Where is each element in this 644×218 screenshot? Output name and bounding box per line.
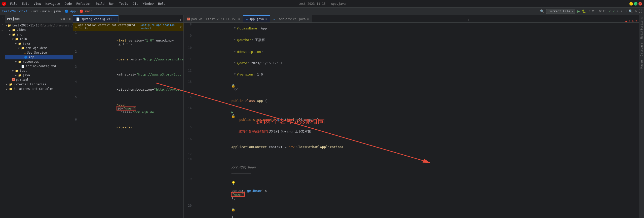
close-button[interactable]: × xyxy=(638,2,642,6)
menu-bar[interactable]: File Edit View Navigate Code Refactor Bu… xyxy=(8,2,167,6)
tab-userservice-java[interactable]: ☕ UserService.java × xyxy=(270,15,312,22)
tree-item-userservice[interactable]: ▶ ☕ UserService xyxy=(5,50,73,55)
tree-item-resources[interactable]: ▼ 📁 resources xyxy=(5,59,73,64)
menu-run[interactable]: Run xyxy=(107,2,117,6)
breadcrumb-project[interactable]: test-2023-11-15 xyxy=(2,10,29,13)
warning-settings-icon[interactable]: ⚙ xyxy=(180,25,181,28)
java-line-10: 10 * @description: xyxy=(184,46,639,57)
error-count: ▲ 7 ∧ ∨ xyxy=(625,19,639,22)
app-java-close-button[interactable]: × xyxy=(266,18,267,20)
menu-tools[interactable]: Tools xyxy=(117,2,130,6)
sidebar-header: Project ⊕ ≡ ≣ ⚙ xyxy=(5,15,73,23)
java-line-17: 17 xyxy=(184,153,639,158)
right-tab-overflow-button[interactable]: ⋮ xyxy=(466,19,472,22)
tree-item-app[interactable]: ▶ 🔵 App xyxy=(5,55,73,59)
tree-label-project: test-2023-11-15 xyxy=(12,24,39,27)
left-tab-bar: 📄 spring-config.xml × ⋮ xyxy=(73,15,184,23)
breadcrumb-src[interactable]: src xyxy=(33,10,39,13)
tree-item-external-libs[interactable]: ▶ 📁 External Libraries xyxy=(5,82,73,87)
menu-edit[interactable]: Edit xyxy=(20,2,31,6)
title-bar-right: — □ × xyxy=(629,2,642,6)
sidebar-settings-icon[interactable]: ⚙ xyxy=(69,17,71,21)
tree-item-spring-config[interactable]: ▶ 📄 spring-config.xml xyxy=(5,64,73,68)
tree-label-test: test xyxy=(20,69,27,72)
menu-view[interactable]: View xyxy=(32,2,43,6)
tree-label-pom: pom.xml xyxy=(16,78,29,82)
tree-item-pom[interactable]: ▶ 🅼 pom.xml xyxy=(5,78,73,82)
sidebar-title: Project xyxy=(7,17,59,21)
git-revert-icon[interactable]: ↺ xyxy=(625,9,627,13)
breadcrumb-java[interactable]: java xyxy=(54,10,61,13)
vertical-tabs: Notifications Database Maven xyxy=(639,15,644,218)
tree-item-idea[interactable]: ▶ 📁 .idea xyxy=(5,28,73,32)
sidebar-locate-icon[interactable]: ⊕ xyxy=(60,17,62,21)
global-search-icon[interactable]: 🔍 xyxy=(629,9,633,13)
toolbar-icon-1[interactable]: ⚡ xyxy=(588,9,590,13)
tree-label-spring-config: spring-config.xml xyxy=(26,64,57,68)
tab-pom[interactable]: 🅼 pom.xml (test-2023-11-15) × xyxy=(184,15,243,22)
java-line-9: 9 * @author: 王嘉辉 xyxy=(184,34,639,46)
menu-refactor[interactable]: Refactor xyxy=(74,2,93,6)
userservice-tab-icon: ☕ xyxy=(273,17,275,21)
git-arrow-up-icon[interactable]: ↑ xyxy=(617,9,619,13)
spring-config-close-button[interactable]: × xyxy=(114,18,115,20)
git-arrow-down-icon[interactable]: ↓ xyxy=(621,9,623,13)
tab-spring-config[interactable]: 📄 spring-config.xml × xyxy=(73,15,119,22)
breadcrumb-main-method[interactable]: 🔴 main xyxy=(80,10,92,13)
sidebar-filter-icon[interactable]: ≣ xyxy=(66,17,68,21)
tree-item-scratches[interactable]: ▶ 📁 Scratches and Consoles xyxy=(5,87,73,91)
tree-item-test[interactable]: ▼ 📁 test xyxy=(5,68,73,73)
toolbar-icon-2[interactable]: ⟳ xyxy=(592,9,595,13)
userservice-close-button[interactable]: × xyxy=(307,18,309,20)
run-button[interactable]: ▶ xyxy=(577,9,580,14)
breadcrumb-main[interactable]: main xyxy=(43,10,50,13)
breadcrumb-app[interactable]: 🔵 App xyxy=(65,10,76,13)
expand-icon[interactable]: ⛶ xyxy=(639,9,642,13)
current-file-dropdown[interactable]: Current File ▾ xyxy=(546,9,575,14)
tree-item-package[interactable]: ▼ 📁 com.wjh.demo xyxy=(5,46,73,50)
menu-build[interactable]: Build xyxy=(93,2,106,6)
git-label: Git: xyxy=(599,9,607,13)
menu-code[interactable]: Code xyxy=(63,2,74,6)
commit-icon[interactable]: ↑ xyxy=(1,22,5,26)
right-tabs: 🅼 pom.xml (test-2023-11-15) × ☕ App.java… xyxy=(184,15,639,23)
tree-item-src[interactable]: ▼ 📁 src xyxy=(5,32,73,37)
tree-label-external-libs: External Libraries xyxy=(14,83,46,86)
maximize-button[interactable]: □ xyxy=(634,2,637,6)
menu-window[interactable]: Window xyxy=(141,2,156,6)
spring-config-tab-label: spring-config.xml xyxy=(81,17,112,21)
sidebar-collapse-icon[interactable]: ≡ xyxy=(63,17,65,21)
settings-icon[interactable]: ⚙ xyxy=(635,9,637,13)
java-line-16: 16 ApplicationContext context = new Clas… xyxy=(184,137,639,153)
tree-item-java-dir[interactable]: ▼ 📁 java xyxy=(5,41,73,46)
menu-navigate[interactable]: Navigate xyxy=(44,2,62,6)
window-title: test-2023-11-15 - App.java xyxy=(298,2,346,6)
pom-close-button[interactable]: × xyxy=(238,18,240,20)
java-line-13: 13 🔒 */ xyxy=(184,80,639,95)
tab-overflow-button[interactable]: ⋮ xyxy=(177,19,183,22)
java-editor: 8 * @className: App 9 * @author: 王嘉辉 xyxy=(184,23,639,218)
debug-button[interactable]: 🐛 xyxy=(582,9,586,13)
menu-git[interactable]: Git xyxy=(131,2,140,6)
tab-notifications[interactable]: Notifications xyxy=(639,15,644,41)
toolbar-separator xyxy=(597,9,597,13)
java-line-13b: 13 public class App { xyxy=(184,95,639,106)
configure-link[interactable]: Configure application context xyxy=(140,23,178,30)
tree-item-project[interactable]: ▼ 📁 test-2023-11-15 E:\study\Gitee\test_… xyxy=(5,23,73,28)
menu-help[interactable]: Help xyxy=(156,2,167,6)
search-icon[interactable]: 🔍 xyxy=(540,9,544,13)
tree-label-idea: .idea xyxy=(17,28,26,32)
menu-file[interactable]: File xyxy=(8,2,19,6)
project-icon[interactable]: P xyxy=(1,16,5,20)
tab-app-java[interactable]: ☕ App.java × xyxy=(243,15,270,22)
xml-code-area[interactable]: 1 <?xml version="1.0" encoding= ▲ 1 ^ ∨ … xyxy=(73,31,183,218)
tree-label-userservice: UserService xyxy=(27,51,47,54)
left-tabs: 📄 spring-config.xml × ⋮ xyxy=(73,15,183,23)
java-code-area[interactable]: 8 * @className: App 9 * @author: 王嘉辉 xyxy=(184,23,639,218)
tree-item-test-java[interactable]: ▶ 📁 java xyxy=(5,73,73,78)
tree-item-main[interactable]: ▼ 📁 main xyxy=(5,37,73,41)
minimize-button[interactable]: — xyxy=(629,2,633,6)
tab-database[interactable]: Database xyxy=(639,41,644,58)
tab-maven[interactable]: Maven xyxy=(639,58,644,70)
plugins-icon[interactable]: ⊞ xyxy=(1,28,5,32)
